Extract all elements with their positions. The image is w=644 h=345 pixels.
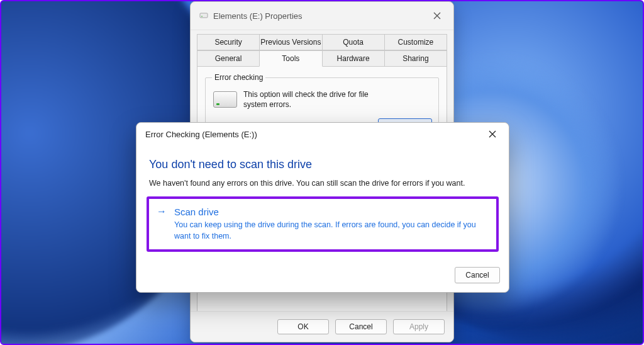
dialog-main-instruction: You don't need to scan this drive	[149, 158, 496, 171]
dialog-cancel-button[interactable]: Cancel	[455, 267, 500, 283]
properties-titlebar[interactable]: Elements (E:) Properties	[191, 2, 453, 30]
dialog-content-text: We haven't found any errors on this driv…	[149, 179, 496, 188]
properties-footer: OK Cancel Apply	[191, 311, 453, 342]
close-icon	[433, 12, 441, 20]
tab-security[interactable]: Security	[197, 34, 260, 50]
tab-customize[interactable]: Customize	[384, 34, 447, 50]
tab-previous-versions[interactable]: Previous Versions	[259, 34, 322, 50]
tab-sharing[interactable]: Sharing	[384, 50, 447, 67]
apply-button: Apply	[393, 319, 445, 334]
error-checking-dialog: Error Checking (Elements (E:)) You don't…	[136, 122, 509, 293]
arrow-right-icon: →	[157, 206, 167, 217]
ok-button[interactable]: OK	[277, 319, 329, 334]
dialog-titlebar[interactable]: Error Checking (Elements (E:))	[136, 123, 509, 145]
error-checking-description: This option will check the drive for fil…	[243, 89, 394, 110]
close-icon	[489, 130, 496, 138]
tab-tools[interactable]: Tools	[259, 50, 322, 67]
dialog-title: Error Checking (Elements (E:))	[145, 130, 480, 139]
close-button[interactable]	[425, 6, 450, 25]
tab-general[interactable]: General	[197, 50, 260, 67]
properties-title: Elements (E:) Properties	[213, 11, 425, 21]
desktop-background: Elements (E:) Properties Security Previo…	[0, 0, 644, 345]
tabs: Security Previous Versions Quota Customi…	[191, 30, 453, 67]
cancel-button[interactable]: Cancel	[335, 319, 387, 334]
dialog-close-button[interactable]	[480, 125, 505, 144]
scan-drive-title: Scan drive	[174, 206, 485, 217]
error-checking-legend: Error checking	[212, 73, 265, 82]
tab-quota[interactable]: Quota	[322, 34, 385, 50]
drive-icon	[199, 11, 208, 21]
svg-point-1	[201, 16, 203, 17]
scan-drive-description: You can keep using the drive during the …	[174, 220, 485, 242]
hard-drive-icon	[213, 91, 237, 108]
scan-drive-command-link[interactable]: → Scan drive You can keep using the driv…	[147, 196, 499, 252]
tab-hardware[interactable]: Hardware	[322, 50, 385, 67]
svg-rect-0	[200, 13, 208, 18]
